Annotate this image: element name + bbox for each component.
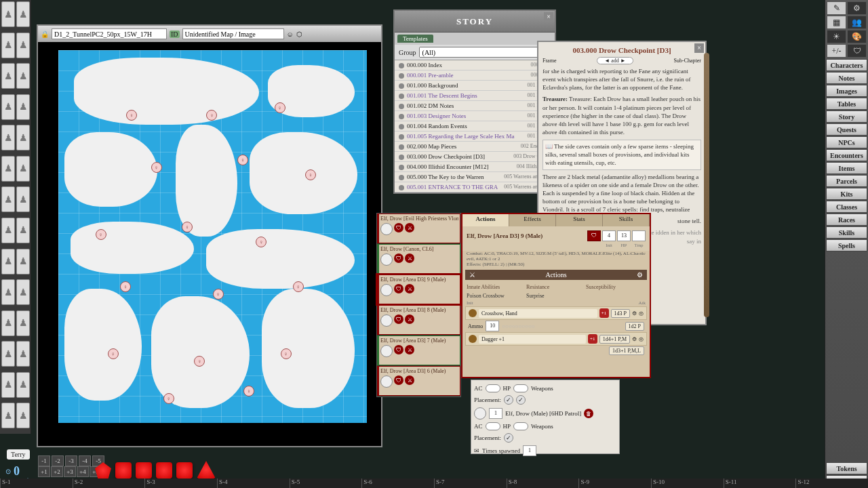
settings-icon[interactable]: ⚙ bbox=[847, 1, 867, 15]
tracker-entry[interactable]: Elf, Drow [Area D3] 6 (Male)🛡⚔ bbox=[377, 366, 460, 396]
npc-tab-stats[interactable]: Stats bbox=[556, 214, 603, 226]
pawn-slot[interactable]: ♟ bbox=[1, 310, 15, 336]
delete-icon[interactable]: 🗑 bbox=[584, 409, 593, 418]
die-d8[interactable] bbox=[156, 462, 172, 479]
mod-button[interactable]: -2 bbox=[52, 455, 64, 466]
ac-toggle[interactable] bbox=[486, 384, 500, 392]
story-entry[interactable]: 001.001 The Descent Begins001 Backg bbox=[395, 91, 555, 101]
mod-button[interactable]: +2 bbox=[51, 466, 63, 477]
tab-images[interactable]: Images bbox=[826, 85, 867, 97]
map-token[interactable]: ♀ bbox=[126, 110, 137, 121]
map-token[interactable]: ♀ bbox=[275, 102, 285, 113]
mod-button[interactable]: +1 bbox=[38, 466, 50, 477]
tab-kits[interactable]: Kits bbox=[826, 188, 867, 200]
ruler-tick[interactable]: S-1 bbox=[0, 479, 73, 488]
pawn-slot[interactable]: ♟ bbox=[16, 1, 30, 27]
placement-check[interactable]: ✓ bbox=[516, 395, 526, 405]
pawn-slot[interactable]: ♟ bbox=[1, 218, 15, 243]
timeline-ruler[interactable]: S-1S-2S-3S-4S-5S-6S-7S-8S-9S-10S-11S-12 bbox=[0, 479, 868, 488]
target-icon[interactable]: ◎ bbox=[639, 310, 644, 317]
story-entry[interactable]: 001.003 Designer Notes001 Backg bbox=[395, 111, 555, 121]
map-token[interactable]: ♀ bbox=[237, 155, 248, 165]
tab-encounters[interactable]: Encounters bbox=[826, 149, 867, 161]
gear-icon[interactable]: ⚙ bbox=[637, 271, 643, 279]
scroll-rope[interactable] bbox=[704, 53, 709, 317]
ruler-tick[interactable]: S-10 bbox=[651, 479, 724, 488]
ruler-tick[interactable]: S-6 bbox=[361, 479, 434, 488]
tab-quests[interactable]: Quests bbox=[826, 123, 867, 136]
pawn-slot[interactable]: ♟ bbox=[16, 249, 30, 274]
pawn-slot[interactable]: ♟ bbox=[16, 156, 30, 182]
pawn-slot[interactable]: ♟ bbox=[16, 372, 30, 398]
pawn-slot[interactable]: ♟ bbox=[1, 63, 15, 89]
ruler-tick[interactable]: S-12 bbox=[795, 479, 868, 488]
map-token[interactable]: ♀ bbox=[120, 281, 131, 292]
ruler-tick[interactable]: S-11 bbox=[724, 479, 796, 488]
tab-spells[interactable]: Spells bbox=[826, 239, 867, 251]
tracker-entry[interactable]: Elf, Drow [Canon, CL6]🛡⚔ bbox=[377, 244, 460, 274]
lock-icon[interactable]: 🔒 bbox=[41, 30, 49, 38]
tab-tables[interactable]: Tables bbox=[826, 98, 867, 110]
pawn-slot[interactable]: ♟ bbox=[1, 249, 15, 274]
add-frame-button[interactable]: ◄ add ► bbox=[597, 57, 633, 64]
story-entry[interactable]: 001.004 Random Events001 Backg bbox=[395, 121, 555, 131]
hp-value[interactable]: 13 bbox=[617, 230, 631, 241]
map-filename-input[interactable] bbox=[52, 28, 167, 39]
damage-button[interactable]: 1d3 P bbox=[611, 309, 630, 318]
ruler-tick[interactable]: S-2 bbox=[73, 479, 145, 488]
die-d12[interactable] bbox=[115, 462, 132, 479]
modifier-icon[interactable]: +/- bbox=[827, 44, 846, 58]
mask-icon[interactable]: ☺ bbox=[287, 30, 294, 38]
npc-count[interactable]: 1 bbox=[489, 408, 502, 419]
map-canvas[interactable]: ♀ ♀ ♀ ♀ ♀ ♀ ♀ ♀ ♀ ♀ ♀ ♀ ♀ ♀ ♀ ♀ ♀ bbox=[38, 42, 381, 446]
tracker-entry[interactable]: Elf, Drow [Evil High Priestess Vlon🛡⚔ bbox=[377, 214, 460, 243]
die-d20[interactable] bbox=[95, 462, 111, 479]
close-icon[interactable]: × bbox=[544, 12, 553, 22]
weapon-row[interactable]: Dagger +1 +1 1d4+1 P,M ⚙ ◎ bbox=[465, 332, 647, 346]
map-status-input[interactable] bbox=[182, 28, 284, 39]
tab-classes[interactable]: Classes bbox=[826, 201, 867, 213]
mod-button[interactable]: -3 bbox=[65, 455, 77, 466]
target-icon[interactable]: ◎ bbox=[639, 336, 644, 342]
tab-tokens[interactable]: Tokens bbox=[826, 462, 867, 474]
story-entry[interactable]: 001.000 Background001 Backg bbox=[395, 81, 555, 91]
mod-button[interactable]: +4 bbox=[77, 466, 89, 477]
ruler-tick[interactable]: S-8 bbox=[507, 479, 579, 488]
npc-tab-skills[interactable]: Skills bbox=[603, 214, 650, 226]
pawn-slot[interactable]: ♟ bbox=[16, 279, 30, 305]
pawn-slot[interactable]: ♟ bbox=[1, 125, 15, 150]
pawn-slot[interactable]: ♟ bbox=[16, 186, 30, 212]
placement-check[interactable]: ✓ bbox=[504, 395, 513, 405]
player-name[interactable]: Terry bbox=[7, 449, 30, 460]
map-token[interactable]: ♀ bbox=[305, 169, 316, 180]
id-icon[interactable]: ID bbox=[170, 30, 180, 38]
mail-icon[interactable]: ✉ bbox=[474, 447, 479, 454]
mod-button[interactable]: -4 bbox=[79, 455, 91, 466]
map-token[interactable]: ♀ bbox=[96, 229, 106, 240]
npc-tab-actions[interactable]: Actions bbox=[462, 214, 509, 226]
map-token[interactable]: ♀ bbox=[108, 348, 119, 359]
map-window[interactable]: 🔒 ID ☺ ⬡ ♀ ♀ ♀ ♀ ♀ ♀ ♀ ♀ ♀ ♀ ♀ bbox=[37, 24, 382, 447]
map-titlebar[interactable]: 🔒 ID ☺ ⬡ bbox=[38, 26, 381, 42]
party-icon[interactable]: 👥 bbox=[847, 16, 867, 29]
pawn-slot[interactable]: ♟ bbox=[16, 63, 30, 89]
map-token[interactable]: ♀ bbox=[182, 222, 193, 232]
ruler-tick[interactable]: S-3 bbox=[144, 479, 217, 488]
damage-button[interactable]: 1d4+1 P,M bbox=[599, 335, 630, 344]
tracker-entry[interactable]: Elf, Drow [Area D3] 7 (Male)🛡⚔ bbox=[377, 336, 460, 365]
ruler-tick[interactable]: S-5 bbox=[290, 479, 362, 488]
story-entry[interactable]: 002.000 Map Pieces002 Encounte bbox=[395, 142, 555, 152]
ruler-tick[interactable]: S-4 bbox=[217, 479, 290, 488]
map-token[interactable]: ♀ bbox=[293, 281, 304, 292]
pawn-slot[interactable]: ♟ bbox=[16, 403, 30, 428]
story-list[interactable]: 000.000 Index000 Intro000.001 Pre-amble0… bbox=[395, 60, 555, 192]
colors-icon[interactable]: 🎨 bbox=[847, 30, 867, 43]
story-entry[interactable]: 001.002 DM Notes001 Backg bbox=[395, 101, 555, 111]
gear-icon[interactable]: ⚙ bbox=[632, 310, 637, 317]
story-entry[interactable]: 000.000 Index000 Intro bbox=[395, 60, 555, 70]
tracker-entry[interactable]: Elf, Drow [Area D3] 8 (Male)🛡⚔ bbox=[377, 305, 460, 335]
npc-token-icon[interactable] bbox=[474, 407, 486, 420]
hp-toggle[interactable] bbox=[513, 384, 528, 392]
pawn-slot[interactable]: ♟ bbox=[16, 125, 30, 150]
story-entry[interactable]: 005.000 The Key to the Warren005 Warrens… bbox=[395, 172, 555, 182]
